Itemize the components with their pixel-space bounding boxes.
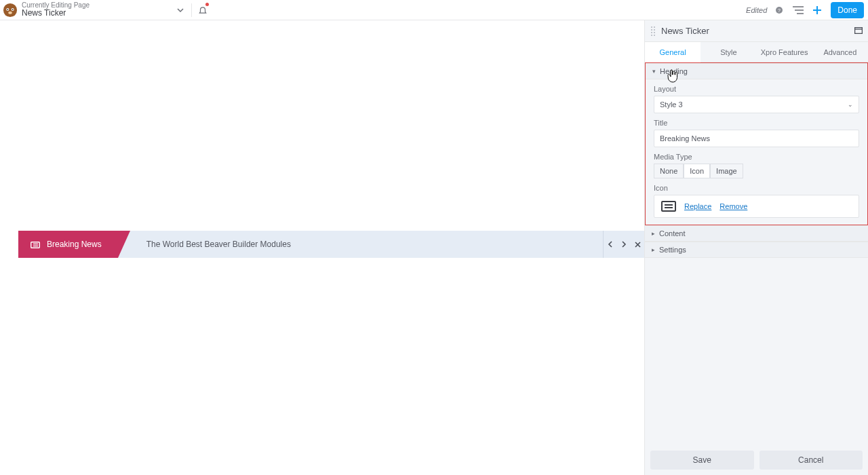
news-icon [31, 241, 40, 248]
ticker-controls [603, 231, 644, 258]
tab-general[interactable]: General [645, 42, 701, 62]
notifications-button[interactable] [193, 1, 212, 20]
icon-remove-link[interactable]: Remove [719, 202, 747, 210]
svg-point-0 [3, 3, 17, 16]
panel-tabs: General Style Xpro Features Advanced [645, 42, 868, 62]
ticker-badge-text: Breaking News [47, 240, 102, 249]
ticker-text: The World Best Beaver Builder Modules [118, 240, 603, 249]
section-content[interactable]: ▸ Content [645, 225, 868, 242]
drag-handle-icon[interactable] [650, 26, 656, 37]
save-button[interactable]: Save [650, 451, 754, 470]
section-heading[interactable]: ▾ Heading [646, 63, 867, 79]
chevron-right-icon: ▸ [652, 230, 655, 237]
ticker-heading: Breaking News [18, 231, 118, 258]
help-icon[interactable]: ? [770, 1, 789, 20]
canvas-area: Breaking News The World Best Beaver Buil… [0, 20, 644, 475]
done-button[interactable]: Done [831, 2, 864, 18]
field-icon: Icon Replace Remove [646, 178, 867, 218]
icon-picker: Replace Remove [654, 195, 859, 218]
svg-rect-18 [855, 27, 863, 33]
page-meta: Currently Editing Page News Ticker [22, 1, 90, 18]
cancel-button[interactable]: Cancel [760, 451, 863, 470]
tab-advanced[interactable]: Advanced [812, 42, 868, 62]
field-layout: Layout Style 3 ⌄ [646, 79, 867, 113]
expand-panel-icon[interactable] [854, 26, 863, 36]
page-dropdown-button[interactable] [171, 1, 190, 20]
ticker-prev-button[interactable] [604, 231, 617, 258]
field-title: Title [646, 113, 867, 147]
panel-title: News Ticker [661, 26, 709, 36]
section-settings[interactable]: ▸ Settings [645, 242, 868, 258]
edited-label: Edited [746, 6, 767, 14]
outline-button[interactable] [789, 1, 808, 20]
list-icon [661, 201, 676, 212]
media-none-button[interactable]: None [654, 164, 684, 178]
svg-text:?: ? [778, 7, 781, 12]
media-image-button[interactable]: Image [710, 164, 743, 178]
section-heading-label: Heading [660, 67, 688, 75]
ticker-close-button[interactable] [631, 231, 644, 258]
layout-value: Style 3 [660, 100, 683, 109]
settings-panel: News Ticker General Style Xpro Features … [644, 20, 868, 475]
add-module-button[interactable] [808, 1, 827, 20]
icon-replace-link[interactable]: Replace [684, 202, 711, 210]
page-title: News Ticker [22, 9, 90, 18]
media-type-group: None Icon Image [654, 164, 859, 178]
field-media-type: Media Type None Icon Image [646, 147, 867, 178]
toolbar-divider [191, 3, 192, 17]
media-icon-button[interactable]: Icon [684, 164, 710, 178]
title-input[interactable] [660, 134, 853, 142]
top-toolbar: Currently Editing Page News Ticker Edite… [0, 0, 868, 20]
sections-container: ▾ Heading Layout Style 3 ⌄ Title Media T… [645, 62, 868, 445]
chevron-down-icon: ▾ [652, 68, 656, 75]
chevron-down-icon: ⌄ [848, 101, 853, 108]
panel-footer: Save Cancel [645, 445, 868, 475]
layout-select[interactable]: Style 3 ⌄ [654, 96, 859, 113]
ticker-next-button[interactable] [617, 231, 631, 258]
panel-header: News Ticker [645, 20, 868, 42]
svg-point-4 [12, 9, 14, 10]
news-ticker-module[interactable]: Breaking News The World Best Beaver Buil… [18, 231, 644, 258]
tab-style[interactable]: Style [701, 42, 756, 62]
section-settings-label: Settings [659, 246, 686, 254]
app-logo-icon [3, 3, 18, 18]
section-content-label: Content [659, 229, 686, 238]
title-input-wrap [654, 130, 859, 147]
layout-label: Layout [654, 85, 859, 93]
svg-point-3 [7, 9, 8, 10]
svg-rect-13 [31, 242, 40, 248]
svg-point-5 [8, 11, 12, 14]
icon-label: Icon [654, 184, 859, 192]
media-type-label: Media Type [654, 153, 859, 161]
chevron-right-icon: ▸ [652, 246, 655, 253]
tab-xpro-features[interactable]: Xpro Features [757, 42, 812, 62]
page-selector[interactable]: Currently Editing Page News Ticker [3, 1, 212, 20]
heading-section-highlight: ▾ Heading Layout Style 3 ⌄ Title Media T… [645, 62, 868, 226]
title-label: Title [654, 119, 859, 127]
